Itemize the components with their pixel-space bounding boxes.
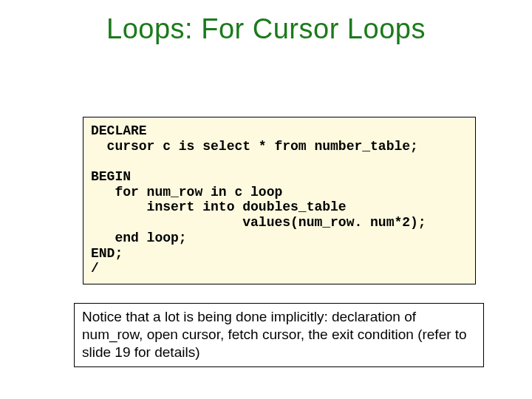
- code-block: DECLARE cursor c is select * from number…: [83, 117, 476, 284]
- note-block: Notice that a lot is being done implicit…: [74, 303, 484, 367]
- slide-title: Loops: For Cursor Loops: [0, 13, 532, 45]
